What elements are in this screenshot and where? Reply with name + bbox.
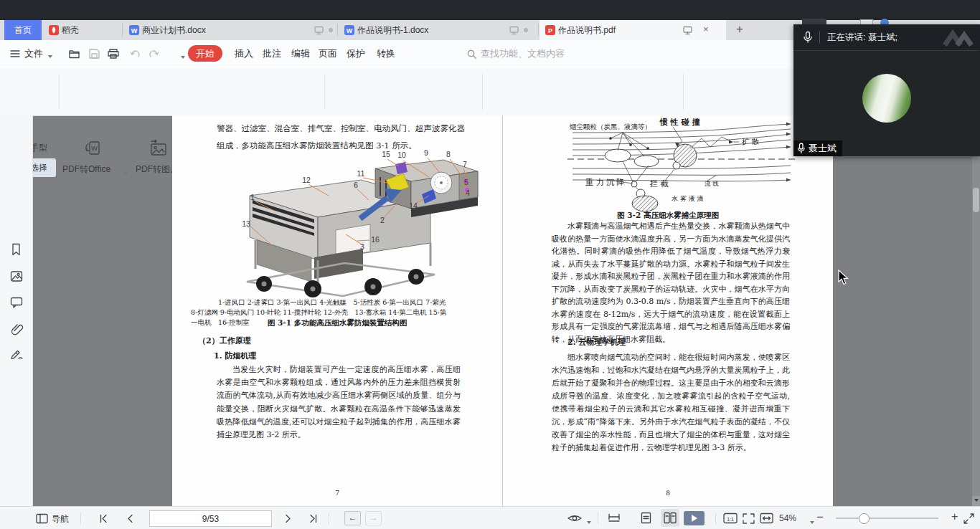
tab-doc-2[interactable]: W 作品说明书-1.docx [339, 20, 538, 40]
chevron-down-icon [810, 521, 814, 526]
wps-pdf-window: 首页 稻壳 W 商业计划书.docx W 作品说明书-1.docx P 作品说明… [0, 0, 980, 529]
tab-status-dot [524, 28, 528, 32]
menu-comment[interactable]: 批注 [263, 47, 281, 60]
navigation-icon[interactable] [36, 513, 48, 524]
back-view-button[interactable]: ← [344, 511, 361, 525]
new-tab-icon[interactable]: + [736, 22, 743, 37]
zoom-slider-track[interactable] [836, 518, 938, 519]
svg-text:15: 15 [382, 150, 390, 158]
pdf-to-office-icon: W [83, 140, 102, 157]
first-page-icon[interactable] [99, 514, 108, 523]
body-text: 当发生火灾时，防烟装置可产生一定速度的高压细水雾，高压细水雾是由空气和水雾颗粒组… [217, 363, 461, 442]
tab-docer[interactable]: 稻壳 [43, 20, 122, 40]
menu-insert[interactable]: 插入 [235, 47, 253, 60]
menu-start[interactable]: 开始 [188, 45, 222, 62]
page-indicator-input[interactable] [149, 510, 272, 527]
single-page-icon[interactable] [641, 512, 651, 525]
mouse-cursor [838, 270, 852, 287]
svg-text:6: 6 [354, 181, 358, 189]
fullscreen-icon[interactable] [963, 513, 975, 525]
meeting-logo-icon [943, 28, 974, 47]
fit-width-icon[interactable] [760, 513, 773, 525]
print-icon[interactable] [108, 49, 119, 59]
word-doc-icon: W [344, 25, 354, 35]
figure-label-inertia: 惯 性 碰 撞 [660, 117, 700, 128]
svg-text:5: 5 [464, 178, 468, 186]
toolbar-more-icon[interactable] [181, 56, 185, 61]
figure-label: 1 [250, 193, 255, 201]
svg-text:2: 2 [380, 216, 385, 224]
close-icon[interactable]: × [703, 24, 709, 34]
navigation-button[interactable]: 导航 [52, 513, 69, 525]
meeting-overlay[interactable]: 正在讲话: 聂士斌; 聂士斌 [793, 24, 980, 156]
svg-text:P: P [548, 27, 552, 34]
figure-label-diffusion: 扩 散 [742, 137, 759, 147]
zoom-in-button[interactable]: + [951, 510, 958, 523]
body-text: 细水雾喷向烟气流动的空间时，能在很短时间内蒸发，使喷雾区水汽迅速饱和，过饱和水汽… [552, 351, 790, 454]
pdf-page-8[interactable]: 烟尘颗粒（炭黑、液滴等） 惯 性 碰 撞 扩 散 重 力 沉 降 拦 截 流 线… [502, 115, 833, 506]
svg-text:8: 8 [446, 150, 451, 158]
pdf-to-office-button[interactable]: PDF转Office [62, 163, 110, 176]
next-page-icon[interactable] [284, 514, 292, 523]
scrollbar-thumb[interactable] [973, 188, 979, 212]
signature-icon[interactable] [10, 346, 24, 361]
fit-page-icon[interactable] [742, 513, 755, 525]
speaker-name-tag: 聂士斌 [793, 140, 842, 156]
actual-size-icon[interactable]: 1:1 [723, 513, 738, 525]
svg-text:3: 3 [360, 242, 364, 251]
svg-text:W: W [91, 145, 98, 152]
svg-text:9: 9 [424, 148, 428, 157]
image-icon[interactable] [10, 270, 23, 283]
scroll-down-button[interactable] [972, 496, 980, 506]
pdf-to-image-icon [149, 140, 168, 157]
section-heading: （2）工作原理 [198, 335, 251, 346]
tab-divider [538, 24, 539, 37]
play-slideshow-button[interactable] [684, 511, 705, 525]
last-page-icon[interactable] [308, 514, 318, 523]
hamburger-icon[interactable] [10, 49, 20, 58]
svg-text:W: W [131, 27, 138, 34]
search-input[interactable]: 查找功能、文档内容 [481, 47, 565, 60]
svg-text:1:1: 1:1 [727, 517, 734, 522]
figure-label-droplet: 水 雾 液 滴 [672, 194, 704, 204]
figure-label-particles: 烟尘颗粒（炭黑、液滴等） [570, 123, 651, 132]
save-icon[interactable] [89, 49, 100, 59]
figure-caption: 图 3-2 高压细水雾捕尘原理图 [503, 211, 833, 221]
tab-doc-1[interactable]: W 商业计划书.docx [123, 20, 337, 40]
zoom-level-display[interactable]: 54% [779, 513, 796, 523]
header-divider [819, 31, 820, 44]
tab-home[interactable]: 首页 [4, 20, 42, 40]
chevron-down-icon [48, 55, 52, 60]
prev-page-icon[interactable] [126, 514, 134, 523]
pdf-icon: P [545, 25, 555, 35]
page-number: 8 [503, 490, 833, 497]
menu-edit[interactable]: 编辑 [291, 47, 310, 60]
zoom-slider-thumb[interactable] [859, 513, 870, 524]
play-icon [692, 515, 701, 522]
comment-icon[interactable] [10, 296, 23, 309]
mic-icon [802, 31, 814, 44]
zoom-out-button[interactable]: − [816, 510, 824, 525]
eye-protect-icon[interactable] [567, 513, 583, 524]
svg-text:14: 14 [409, 201, 418, 210]
pdf-page-7[interactable]: 警器、过滤室、混合室、排气室、控制室、电动风门、超声波雾化器组成，多功能高压细水… [172, 115, 502, 506]
undo-icon[interactable] [130, 49, 141, 59]
svg-text:11: 11 [357, 169, 365, 178]
forward-view-button[interactable]: → [365, 511, 382, 525]
redo-icon[interactable] [149, 49, 159, 59]
continuous-read-icon[interactable] [608, 513, 621, 525]
open-folder-icon[interactable] [69, 49, 80, 59]
svg-text:13: 13 [242, 219, 250, 228]
monitor-icon [509, 26, 519, 35]
menu-convert[interactable]: 转换 [377, 47, 395, 60]
menu-file[interactable]: 文件 [24, 47, 43, 60]
double-page-icon[interactable] [664, 512, 677, 525]
menu-page[interactable]: 页面 [319, 47, 337, 60]
sub-heading: 2. 云物理学机理 [567, 337, 626, 348]
vertical-scrollbar[interactable] [972, 115, 980, 506]
attachment-icon[interactable] [10, 322, 24, 335]
tab-pdf-active[interactable]: P 作品说明书.pdf × [540, 20, 726, 40]
search-icon[interactable] [467, 49, 477, 59]
bookmark-icon[interactable] [10, 243, 22, 256]
menu-protect[interactable]: 保护 [347, 47, 365, 60]
